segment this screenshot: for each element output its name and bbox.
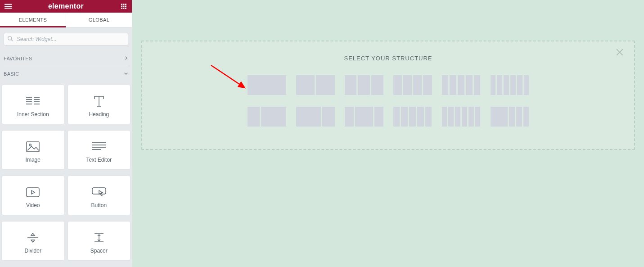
image-icon: [26, 137, 40, 157]
svg-rect-27: [27, 142, 39, 152]
svg-rect-9: [121, 8, 122, 9]
section-basic[interactable]: BASIC: [4, 66, 128, 81]
structure-2col[interactable]: [296, 75, 335, 95]
widget-divider[interactable]: Divider: [2, 222, 64, 260]
button-icon: [92, 182, 106, 202]
widget-inner-section[interactable]: Inner Section: [2, 85, 64, 124]
structure-3col[interactable]: [345, 75, 383, 95]
svg-point-28: [29, 144, 32, 146]
section-basic-label: BASIC: [4, 71, 19, 77]
widget-video[interactable]: Video: [2, 176, 64, 215]
search-input[interactable]: [4, 33, 128, 45]
apps-grid-icon[interactable]: [119, 3, 128, 9]
structure-16x6[interactable]: [442, 107, 481, 127]
svg-rect-33: [27, 188, 39, 197]
widget-label: Heading: [89, 111, 109, 118]
widget-label: Button: [91, 202, 107, 208]
sidebar: elementor ELEMENTS GLOBAL FAVORITES: [0, 0, 132, 267]
structure-grid: [160, 75, 616, 127]
structure-narrow-wide-narrow-5[interactable]: [393, 107, 432, 127]
structure-row: [248, 75, 529, 95]
svg-marker-38: [31, 240, 35, 242]
svg-rect-5: [125, 4, 126, 5]
structure-row: [248, 107, 529, 127]
search-container: [0, 27, 132, 51]
spacer-icon: [92, 228, 106, 248]
video-icon: [26, 182, 40, 202]
columns-icon: [26, 91, 40, 111]
close-icon[interactable]: [612, 45, 627, 61]
chevron-right-icon: [124, 56, 128, 61]
svg-rect-4: [123, 4, 125, 5]
section-favorites-label: FAVORITES: [4, 56, 32, 61]
chevron-down-icon: [124, 71, 128, 77]
widget-spacer[interactable]: Spacer: [68, 222, 131, 260]
svg-rect-0: [5, 4, 12, 5]
svg-rect-10: [123, 8, 125, 9]
svg-rect-6: [121, 6, 122, 7]
sidebar-header: elementor: [0, 0, 132, 13]
structure-selector-panel: SELECT YOUR STRUCTURE: [141, 41, 635, 150]
tab-global[interactable]: GLOBAL: [66, 13, 132, 27]
svg-point-12: [8, 36, 12, 40]
widget-label: Divider: [25, 248, 41, 254]
widget-heading[interactable]: Heading: [68, 85, 131, 124]
sidebar-tabs: ELEMENTS GLOBAL: [0, 13, 132, 27]
canvas: SELECT YOUR STRUCTURE: [132, 0, 644, 267]
widget-text-editor[interactable]: Text Editor: [68, 131, 131, 169]
widget-button[interactable]: Button: [68, 176, 131, 215]
svg-marker-36: [31, 233, 35, 235]
brand-logo: elementor: [48, 2, 84, 10]
hamburger-menu-icon[interactable]: [4, 3, 13, 10]
heading-icon: [93, 91, 105, 111]
widgets-grid: Inner Section Heading: [0, 81, 132, 267]
section-favorites[interactable]: FAVORITES: [4, 51, 128, 66]
text-editor-icon: [92, 137, 106, 157]
structure-wide-left[interactable]: [491, 107, 529, 127]
widget-label: Video: [26, 202, 40, 208]
svg-rect-11: [125, 8, 126, 9]
search-icon: [7, 36, 14, 44]
svg-rect-2: [5, 8, 12, 9]
widget-label: Text Editor: [86, 157, 112, 163]
structure-title: SELECT YOUR STRUCTURE: [160, 55, 616, 62]
svg-marker-34: [32, 190, 35, 194]
widget-label: Spacer: [90, 248, 108, 254]
widget-image[interactable]: Image: [2, 131, 64, 169]
structure-25-50-25[interactable]: [345, 107, 383, 127]
structure-5col[interactable]: [442, 75, 481, 95]
svg-line-13: [11, 40, 13, 41]
svg-rect-7: [123, 6, 125, 7]
accordion: FAVORITES BASIC: [0, 51, 132, 81]
divider-icon: [26, 228, 40, 248]
widget-label: Inner Section: [17, 111, 49, 118]
structure-66-33[interactable]: [296, 107, 335, 127]
structure-1col[interactable]: [248, 75, 286, 95]
svg-rect-8: [125, 6, 126, 7]
svg-rect-1: [5, 6, 12, 7]
widget-label: Image: [26, 157, 41, 163]
structure-33-66[interactable]: [248, 107, 286, 127]
svg-rect-3: [121, 4, 122, 5]
tab-elements[interactable]: ELEMENTS: [0, 13, 66, 27]
structure-4col[interactable]: [393, 75, 432, 95]
structure-6col[interactable]: [491, 75, 529, 95]
